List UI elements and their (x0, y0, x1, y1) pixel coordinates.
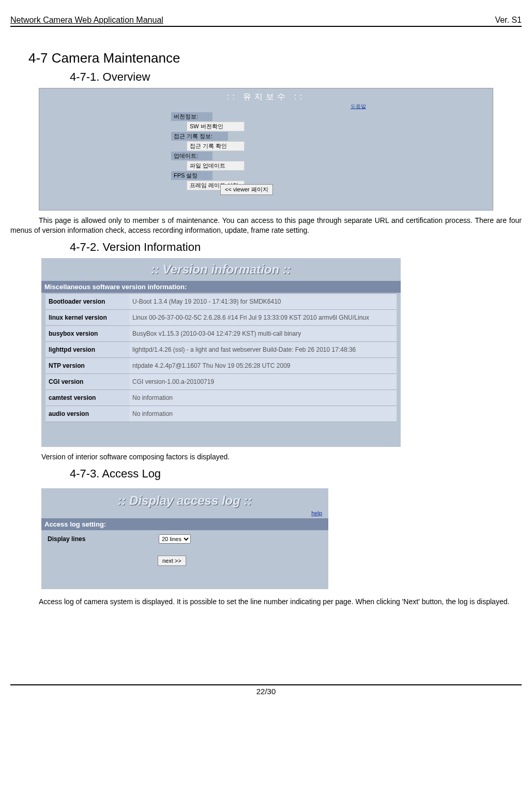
row-key: busybox version (45, 325, 129, 341)
version-info-subhead: Miscellaneous software version informati… (41, 281, 401, 293)
menu-head-update: 업데이트: (171, 152, 212, 160)
maintenance-menu: 버전정보: SW 버전확인 접근 기록 정보: 접근 기록 확인 업데이트: 파… (171, 112, 245, 190)
maintenance-title: :: 유지보수 :: (39, 88, 493, 102)
row-key: Bootloader version (45, 293, 129, 309)
doc-version: Ver. S1 (495, 16, 522, 25)
page-number: 22/30 (256, 687, 276, 696)
row-val: No information (129, 389, 397, 406)
help-link[interactable]: 도움말 (351, 103, 366, 110)
row-key: NTP version (45, 357, 129, 373)
row-key: camtest version (45, 389, 129, 406)
access-log-title: :: Display access log :: (41, 488, 328, 510)
table-row: lighttpd versionlighttpd/1.4.26 (ssl) - … (45, 341, 397, 357)
heading-4-7-3: 4-7-3. Access Log (70, 467, 522, 481)
menu-item-access-log[interactable]: 접근 기록 확인 (187, 141, 245, 151)
row-key: audio version (45, 406, 129, 422)
page-header: Network Camera Web Application Manual Ve… (10, 16, 522, 27)
access-log-subhead: Access log setting: (41, 518, 328, 530)
row-val: No information (129, 406, 397, 422)
help-link[interactable]: help (41, 510, 328, 516)
table-row: audio versionNo information (45, 406, 397, 422)
page-footer: 22/30 (10, 684, 522, 696)
overview-paragraph: This page is allowed only to member s of… (10, 216, 522, 235)
version-paragraph: Version of interior software composing f… (41, 452, 522, 462)
table-row: camtest versionNo information (45, 389, 397, 406)
row-key: linux kernel version (45, 309, 129, 325)
menu-item-file-update[interactable]: 파일 업데이트 (187, 161, 245, 171)
menu-head-access: 접근 기록 정보: (171, 132, 228, 141)
version-info-screenshot: :: Version information :: Miscellaneous … (41, 258, 401, 447)
table-row: linux kernel versionLinux 00-26-37-00-02… (45, 309, 397, 325)
doc-title: Network Camera Web Application Manual (10, 16, 163, 25)
row-val: U-Boot 1.3.4 (May 19 2010 - 17:41:39) fo… (129, 293, 397, 309)
heading-4-7-1: 4-7-1. Overview (70, 70, 522, 84)
menu-head-fps: FPS 설정 (171, 171, 212, 180)
row-val: CGI version-1.00.a-20100719 (129, 373, 397, 389)
table-row: CGI versionCGI version-1.00.a-20100719 (45, 373, 397, 389)
access-log-paragraph: Access log of camera system is displayed… (10, 597, 522, 607)
row-val: BusyBox v1.15.3 (2010-03-04 12:47:29 KST… (129, 325, 397, 341)
row-val: ntpdate 4.2.4p7@1.1607 Thu Nov 19 05:26:… (129, 357, 397, 373)
row-key: CGI version (45, 373, 129, 389)
row-val: lighttpd/1.4.26 (ssl) - a light and fast… (129, 341, 397, 357)
table-row: Bootloader versionU-Boot 1.3.4 (May 19 2… (45, 293, 397, 309)
overview-screenshot: :: 유지보수 :: 도움말 버전정보: SW 버전확인 접근 기록 정보: 접… (39, 88, 493, 211)
row-val: Linux 00-26-37-00-02-5C 2.6.28.6 #14 Fri… (129, 309, 397, 325)
version-table: Bootloader versionU-Boot 1.3.4 (May 19 2… (45, 293, 397, 422)
heading-4-7: 4-7 Camera Maintenance (28, 50, 522, 66)
version-info-title: :: Version information :: (41, 258, 401, 281)
next-button[interactable]: next >> (158, 556, 186, 566)
viewer-page-button[interactable]: << viewer 페이지 (220, 184, 273, 195)
menu-head-version: 버전정보: (171, 112, 212, 121)
display-lines-row: Display lines 20 lines (41, 530, 328, 548)
menu-item-sw-version[interactable]: SW 버전확인 (187, 122, 245, 131)
display-lines-select[interactable]: 20 lines (159, 534, 191, 544)
display-lines-label: Display lines (48, 535, 159, 543)
heading-4-7-2: 4-7-2. Version Information (70, 241, 522, 254)
table-row: NTP versionntpdate 4.2.4p7@1.1607 Thu No… (45, 357, 397, 373)
table-row: busybox versionBusyBox v1.15.3 (2010-03-… (45, 325, 397, 341)
row-key: lighttpd version (45, 341, 129, 357)
access-log-screenshot: :: Display access log :: help Access log… (41, 488, 328, 589)
